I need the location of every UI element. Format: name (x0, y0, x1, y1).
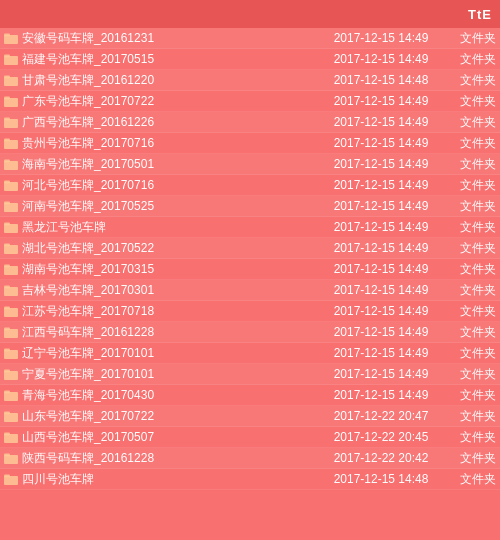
file-name: 江苏号池车牌_20170718 (22, 303, 316, 320)
file-type: 文件夹 (446, 261, 496, 278)
file-type: 文件夹 (446, 408, 496, 425)
svg-rect-33 (4, 370, 10, 373)
file-name: 河南号池车牌_20170525 (22, 198, 316, 215)
table-row[interactable]: 宁夏号池车牌_201701012017-12-15 14:49文件夹 (0, 364, 500, 385)
file-date: 2017-12-15 14:49 (316, 31, 446, 45)
svg-rect-1 (4, 34, 10, 37)
file-type: 文件夹 (446, 156, 496, 173)
header-title: TtE (468, 7, 492, 22)
table-row[interactable]: 黑龙江号池车牌2017-12-15 14:49文件夹 (0, 217, 500, 238)
file-name: 辽宁号池车牌_20170101 (22, 345, 316, 362)
table-row[interactable]: 广西号池车牌_201612262017-12-15 14:49文件夹 (0, 112, 500, 133)
file-date: 2017-12-15 14:49 (316, 283, 446, 297)
svg-rect-43 (4, 475, 10, 478)
file-date: 2017-12-15 14:48 (316, 73, 446, 87)
svg-rect-35 (4, 391, 10, 394)
folder-icon (4, 473, 18, 485)
svg-rect-5 (4, 76, 10, 79)
file-type: 文件夹 (446, 450, 496, 467)
file-name: 宁夏号池车牌_20170101 (22, 366, 316, 383)
table-row[interactable]: 山西号池车牌_201705072017-12-22 20:45文件夹 (0, 427, 500, 448)
table-row[interactable]: 四川号池车牌2017-12-15 14:48文件夹 (0, 469, 500, 490)
file-type: 文件夹 (446, 345, 496, 362)
file-date: 2017-12-15 14:49 (316, 136, 446, 150)
svg-rect-29 (4, 328, 10, 331)
svg-rect-23 (4, 265, 10, 268)
table-row[interactable]: 青海号池车牌_201704302017-12-15 14:49文件夹 (0, 385, 500, 406)
table-row[interactable]: 陕西号码车牌_201612282017-12-22 20:42文件夹 (0, 448, 500, 469)
svg-rect-41 (4, 454, 10, 457)
table-row[interactable]: 海南号池车牌_201705012017-12-15 14:49文件夹 (0, 154, 500, 175)
file-type: 文件夹 (446, 135, 496, 152)
file-date: 2017-12-15 14:49 (316, 199, 446, 213)
table-row[interactable]: 辽宁号池车牌_201701012017-12-15 14:49文件夹 (0, 343, 500, 364)
file-date: 2017-12-15 14:49 (316, 178, 446, 192)
file-date: 2017-12-15 14:49 (316, 262, 446, 276)
folder-icon (4, 32, 18, 44)
folder-icon (4, 410, 18, 422)
folder-icon (4, 116, 18, 128)
table-row[interactable]: 山东号池车牌_201707222017-12-22 20:47文件夹 (0, 406, 500, 427)
file-type: 文件夹 (446, 429, 496, 446)
svg-rect-3 (4, 55, 10, 58)
folder-icon (4, 305, 18, 317)
svg-rect-27 (4, 307, 10, 310)
file-type: 文件夹 (446, 30, 496, 47)
folder-icon (4, 431, 18, 443)
folder-icon (4, 137, 18, 149)
svg-rect-15 (4, 181, 10, 184)
file-date: 2017-12-15 14:49 (316, 367, 446, 381)
file-date: 2017-12-15 14:49 (316, 220, 446, 234)
table-row[interactable]: 江西号码车牌_201612282017-12-15 14:49文件夹 (0, 322, 500, 343)
table-row[interactable]: 福建号池车牌_201705152017-12-15 14:49文件夹 (0, 49, 500, 70)
file-date: 2017-12-15 14:49 (316, 94, 446, 108)
file-type: 文件夹 (446, 51, 496, 68)
file-type: 文件夹 (446, 177, 496, 194)
folder-icon (4, 347, 18, 359)
file-name: 福建号池车牌_20170515 (22, 51, 316, 68)
folder-icon (4, 263, 18, 275)
table-row[interactable]: 河北号池车牌_201707162017-12-15 14:49文件夹 (0, 175, 500, 196)
svg-rect-11 (4, 139, 10, 142)
table-row[interactable]: 河南号池车牌_201705252017-12-15 14:49文件夹 (0, 196, 500, 217)
file-type: 文件夹 (446, 282, 496, 299)
folder-icon (4, 95, 18, 107)
file-name: 湖北号池车牌_20170522 (22, 240, 316, 257)
file-type: 文件夹 (446, 198, 496, 215)
table-row[interactable]: 江苏号池车牌_201707182017-12-15 14:49文件夹 (0, 301, 500, 322)
file-name: 山西号池车牌_20170507 (22, 429, 316, 446)
file-date: 2017-12-15 14:49 (316, 115, 446, 129)
table-row[interactable]: 贵州号池车牌_201707162017-12-15 14:49文件夹 (0, 133, 500, 154)
file-name: 青海号池车牌_20170430 (22, 387, 316, 404)
file-type: 文件夹 (446, 303, 496, 320)
folder-icon (4, 74, 18, 86)
svg-rect-9 (4, 118, 10, 121)
table-row[interactable]: 广东号池车牌_201707222017-12-15 14:49文件夹 (0, 91, 500, 112)
file-date: 2017-12-15 14:49 (316, 52, 446, 66)
table-row[interactable]: 湖南号池车牌_201703152017-12-15 14:49文件夹 (0, 259, 500, 280)
file-type: 文件夹 (446, 240, 496, 257)
table-row[interactable]: 安徽号码车牌_201612312017-12-15 14:49文件夹 (0, 28, 500, 49)
file-type: 文件夹 (446, 114, 496, 131)
file-name: 江西号码车牌_20161228 (22, 324, 316, 341)
folder-icon (4, 179, 18, 191)
file-date: 2017-12-22 20:47 (316, 409, 446, 423)
file-name: 甘肃号池车牌_20161220 (22, 72, 316, 89)
file-name: 海南号池车牌_20170501 (22, 156, 316, 173)
table-row[interactable]: 甘肃号池车牌_201612202017-12-15 14:48文件夹 (0, 70, 500, 91)
file-date: 2017-12-15 14:49 (316, 157, 446, 171)
table-row[interactable]: 吉林号池车牌_201703012017-12-15 14:49文件夹 (0, 280, 500, 301)
file-name: 黑龙江号池车牌 (22, 219, 316, 236)
file-list: 安徽号码车牌_201612312017-12-15 14:49文件夹 福建号池车… (0, 28, 500, 490)
file-name: 湖南号池车牌_20170315 (22, 261, 316, 278)
table-row[interactable]: 湖北号池车牌_201705222017-12-15 14:49文件夹 (0, 238, 500, 259)
header-bar: TtE (0, 0, 500, 28)
file-type: 文件夹 (446, 72, 496, 89)
file-name: 安徽号码车牌_20161231 (22, 30, 316, 47)
folder-icon (4, 200, 18, 212)
folder-icon (4, 368, 18, 380)
file-name: 贵州号池车牌_20170716 (22, 135, 316, 152)
file-date: 2017-12-22 20:42 (316, 451, 446, 465)
folder-icon (4, 389, 18, 401)
file-type: 文件夹 (446, 471, 496, 488)
